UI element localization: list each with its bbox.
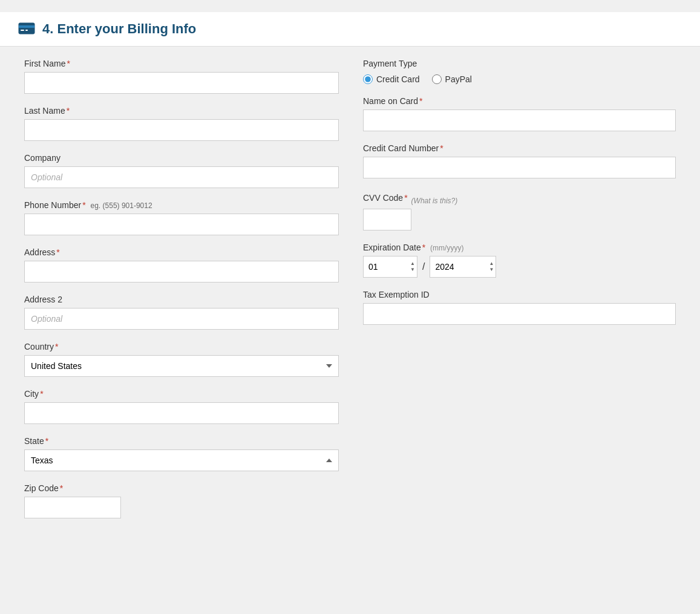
company-label: Company xyxy=(24,153,339,163)
country-label: Country* xyxy=(24,342,339,351)
page-title: 4. Enter your Billing Info xyxy=(42,21,196,37)
cvv-required: * xyxy=(404,193,407,203)
cc-number-required: * xyxy=(440,143,443,153)
phone-number-label: Phone Number* eg. (555) 901-9012 xyxy=(24,200,339,210)
address2-label: Address 2 xyxy=(24,295,339,304)
year-down-arrow[interactable]: ▼ xyxy=(489,267,494,272)
billing-icon xyxy=(18,22,35,36)
exp-year-select[interactable]: 2024 2025 2026 2027 2028 2029 2030 xyxy=(430,256,496,278)
svg-rect-1 xyxy=(19,25,34,28)
first-name-required: * xyxy=(67,59,70,68)
zip-code-input[interactable] xyxy=(24,497,121,518)
state-group: State* AlabamaAlaskaArizonaArkansas Cali… xyxy=(24,436,339,471)
svg-rect-3 xyxy=(25,30,28,31)
zip-required: * xyxy=(60,483,63,493)
payment-type-section: Payment Type Credit Card PayPal xyxy=(363,59,676,84)
cvv-input[interactable] xyxy=(363,209,411,230)
credit-card-number-input[interactable] xyxy=(363,157,676,178)
city-label: City* xyxy=(24,389,339,399)
svg-rect-2 xyxy=(21,30,24,31)
credit-card-number-label: Credit Card Number* xyxy=(363,143,676,153)
last-name-required: * xyxy=(67,106,70,116)
month-up-arrow[interactable]: ▲ xyxy=(410,261,415,266)
exp-year-wrapper: 2024 2025 2026 2027 2028 2029 2030 ▲ ▼ xyxy=(430,256,496,278)
expiration-row: 01 02 03 04 05 06 07 08 09 10 11 12 xyxy=(363,256,676,278)
country-select[interactable]: United States Canada United Kingdom Aust… xyxy=(24,355,339,377)
cvv-label: CVV Code* xyxy=(363,193,408,203)
tax-exemption-input[interactable] xyxy=(363,303,676,325)
cvv-hint: (What is this?) xyxy=(411,197,458,205)
phone-input[interactable] xyxy=(24,214,339,235)
country-required: * xyxy=(55,342,58,351)
exp-month-wrapper: 01 02 03 04 05 06 07 08 09 10 11 12 xyxy=(363,256,417,278)
address-group: Address* xyxy=(24,247,339,283)
year-up-arrow[interactable]: ▲ xyxy=(489,261,494,266)
first-name-label: First Name* xyxy=(24,59,339,68)
city-required: * xyxy=(40,389,43,399)
paypal-option[interactable]: PayPal xyxy=(432,74,472,84)
city-input[interactable] xyxy=(24,402,339,424)
phone-hint: eg. (555) 901-9012 xyxy=(91,201,152,210)
svg-rect-0 xyxy=(19,23,34,34)
country-group: Country* United States Canada United Kin… xyxy=(24,342,339,377)
last-name-group: Last Name* xyxy=(24,106,339,141)
company-group: Company xyxy=(24,153,339,188)
company-input[interactable] xyxy=(24,166,339,188)
credit-card-radio[interactable] xyxy=(363,74,373,84)
phone-number-group: Phone Number* eg. (555) 901-9012 xyxy=(24,200,339,235)
zip-code-label: Zip Code* xyxy=(24,483,339,493)
name-on-card-label: Name on Card* xyxy=(363,96,676,106)
name-on-card-input[interactable] xyxy=(363,109,676,131)
payment-type-label: Payment Type xyxy=(363,59,676,68)
page-wrapper: 4. Enter your Billing Info First Name* L… xyxy=(0,0,700,614)
credit-card-number-group: Credit Card Number* xyxy=(363,143,676,178)
tax-exemption-label: Tax Exemption ID xyxy=(363,290,676,299)
state-select[interactable]: AlabamaAlaskaArizonaArkansas CaliforniaC… xyxy=(24,449,339,471)
phone-required: * xyxy=(82,200,85,210)
cvv-label-row: CVV Code* (What is this?) xyxy=(363,191,676,205)
exp-month-select[interactable]: 01 02 03 04 05 06 07 08 09 10 11 12 xyxy=(363,256,417,278)
expiration-date-group: Expiration Date* (mm/yyyy) 01 02 03 04 0… xyxy=(363,243,676,278)
name-on-card-group: Name on Card* xyxy=(363,96,676,131)
paypal-radio[interactable] xyxy=(432,74,442,84)
address-required: * xyxy=(56,247,59,257)
cvv-group: CVV Code* (What is this?) xyxy=(363,191,676,230)
credit-card-label: Credit Card xyxy=(376,74,420,84)
city-group: City* xyxy=(24,389,339,424)
header: 4. Enter your Billing Info xyxy=(0,12,700,47)
expiration-date-label: Expiration Date* (mm/yyyy) xyxy=(363,243,676,252)
year-spinner: ▲ ▼ xyxy=(489,261,494,272)
first-name-input[interactable] xyxy=(24,72,339,94)
left-column: First Name* Last Name* Company xyxy=(24,59,339,531)
right-column: Payment Type Credit Card PayPal Name on … xyxy=(363,59,676,531)
address2-group: Address 2 xyxy=(24,295,339,330)
zip-code-group: Zip Code* xyxy=(24,483,339,518)
state-label: State* xyxy=(24,436,339,446)
last-name-label: Last Name* xyxy=(24,106,339,116)
month-spinner: ▲ ▼ xyxy=(410,261,415,272)
credit-card-option[interactable]: Credit Card xyxy=(363,74,420,84)
state-required: * xyxy=(45,436,48,446)
address-input[interactable] xyxy=(24,261,339,283)
month-down-arrow[interactable]: ▼ xyxy=(410,267,415,272)
last-name-input[interactable] xyxy=(24,119,339,141)
address2-input[interactable] xyxy=(24,308,339,330)
form-container: First Name* Last Name* Company xyxy=(0,59,700,531)
exp-separator: / xyxy=(422,261,425,272)
name-on-card-required: * xyxy=(419,96,422,106)
payment-options: Credit Card PayPal xyxy=(363,74,676,84)
address-label: Address* xyxy=(24,247,339,257)
paypal-label: PayPal xyxy=(445,74,472,84)
first-name-group: First Name* xyxy=(24,59,339,94)
exp-format-hint: (mm/yyyy) xyxy=(430,244,463,252)
tax-exemption-group: Tax Exemption ID xyxy=(363,290,676,325)
exp-required: * xyxy=(422,243,425,252)
